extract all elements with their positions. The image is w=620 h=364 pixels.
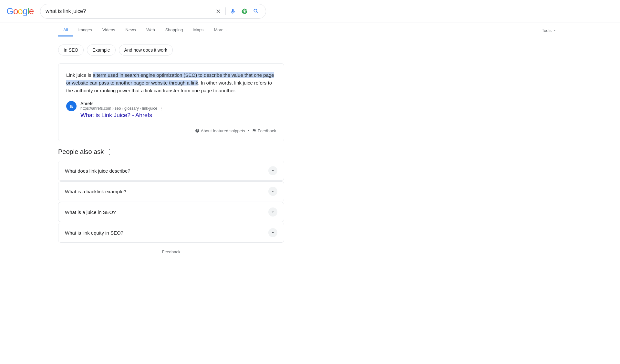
paa-item-0: What does link juice describe?: [58, 161, 284, 181]
search-icons: [214, 7, 261, 16]
paa-question-0[interactable]: What does link juice describe?: [58, 161, 284, 180]
snippet-text-before: Link juice is: [66, 72, 93, 78]
people-also-ask-section: People also ask ⋮ What does link juice d…: [58, 148, 284, 243]
chevron-down-icon-0: [270, 168, 275, 173]
chip-example[interactable]: Example: [87, 45, 115, 56]
snippet-feedback-link[interactable]: Feedback: [252, 128, 276, 133]
microphone-icon: [230, 8, 236, 15]
paa-item-2: What is a juice in SEO?: [58, 202, 284, 222]
logo-letter-e: e: [29, 6, 34, 16]
tools-chevron-icon: [553, 28, 557, 32]
camera-icon: [241, 8, 248, 15]
paa-chevron-1: [268, 187, 277, 196]
google-logo[interactable]: Google: [6, 6, 34, 16]
snippet-footer: About featured snippets • Feedback: [66, 124, 276, 133]
voice-search-button[interactable]: [228, 7, 237, 16]
chevron-down-icon-3: [270, 230, 275, 235]
paa-question-2[interactable]: What is a juice in SEO?: [58, 202, 284, 222]
tab-news[interactable]: News: [120, 24, 141, 36]
search-bar: [40, 4, 266, 19]
paa-chevron-3: [268, 228, 277, 237]
divider: [225, 7, 226, 15]
snippet-text: Link juice is a term used in search engi…: [66, 71, 276, 95]
lens-search-button[interactable]: [240, 7, 249, 16]
tools-button[interactable]: Tools: [537, 25, 562, 36]
chips-container: In SEO Example And how does it work: [58, 45, 284, 56]
source-menu-dots[interactable]: ⋮: [159, 106, 163, 111]
about-featured-snippets-link[interactable]: About featured snippets: [195, 128, 245, 133]
chevron-down-icon-1: [270, 189, 275, 194]
source-name: Ahrefs: [80, 101, 276, 106]
featured-snippet: Link juice is a term used in search engi…: [58, 63, 284, 141]
source-link[interactable]: What is Link Juice? - Ahrefs: [80, 112, 276, 119]
question-icon: [195, 128, 200, 133]
footer-dot: •: [248, 128, 249, 133]
paa-chevron-2: [268, 207, 277, 217]
clear-button[interactable]: [214, 7, 223, 16]
tab-images[interactable]: Images: [73, 24, 97, 36]
chevron-down-icon: [224, 28, 228, 32]
tab-web[interactable]: Web: [141, 24, 160, 36]
paa-menu-dots[interactable]: ⋮: [106, 148, 113, 156]
snippet-source: a Ahrefs https://ahrefs.com › seo › glos…: [66, 101, 276, 119]
tab-maps[interactable]: Maps: [188, 24, 209, 36]
close-icon: [215, 8, 222, 15]
paa-item-1: What is a backlink example?: [58, 181, 284, 201]
nav-tabs: All Images Videos News Web Shopping Maps…: [0, 23, 620, 38]
bottom-feedback[interactable]: Feedback: [58, 244, 284, 259]
main-content: In SEO Example And how does it work Link…: [0, 38, 620, 266]
favicon-letter: a: [70, 103, 73, 109]
tab-more[interactable]: More: [209, 24, 233, 36]
source-favicon: a: [66, 101, 77, 111]
paa-title: People also ask ⋮: [58, 148, 284, 156]
search-icon: [253, 8, 259, 15]
content-area: In SEO Example And how does it work Link…: [58, 45, 284, 259]
flag-icon: [252, 128, 256, 133]
paa-question-1[interactable]: What is a backlink example?: [58, 182, 284, 201]
chip-how-it-works[interactable]: And how does it work: [119, 45, 173, 56]
search-bar-container: [40, 4, 266, 19]
tab-shopping[interactable]: Shopping: [160, 24, 188, 36]
search-button[interactable]: [252, 7, 261, 16]
chevron-down-icon-2: [270, 209, 275, 215]
tab-videos[interactable]: Videos: [97, 24, 120, 36]
paa-item-3: What is link equity in SEO?: [58, 223, 284, 243]
source-url: https://ahrefs.com › seo › glossary › li…: [80, 106, 276, 111]
logo-letter-g2: g: [23, 6, 27, 16]
paa-question-3[interactable]: What is link equity in SEO?: [58, 223, 284, 242]
logo-letter-g: G: [6, 6, 13, 16]
search-input[interactable]: [46, 8, 211, 14]
chip-in-seo[interactable]: In SEO: [58, 45, 84, 56]
tab-all[interactable]: All: [58, 24, 73, 36]
header: Google: [0, 0, 620, 23]
logo-letter-o1: o: [13, 6, 18, 16]
paa-chevron-0: [268, 166, 277, 175]
logo-letter-o2: o: [18, 6, 23, 16]
source-info: Ahrefs https://ahrefs.com › seo › glossa…: [80, 101, 276, 119]
